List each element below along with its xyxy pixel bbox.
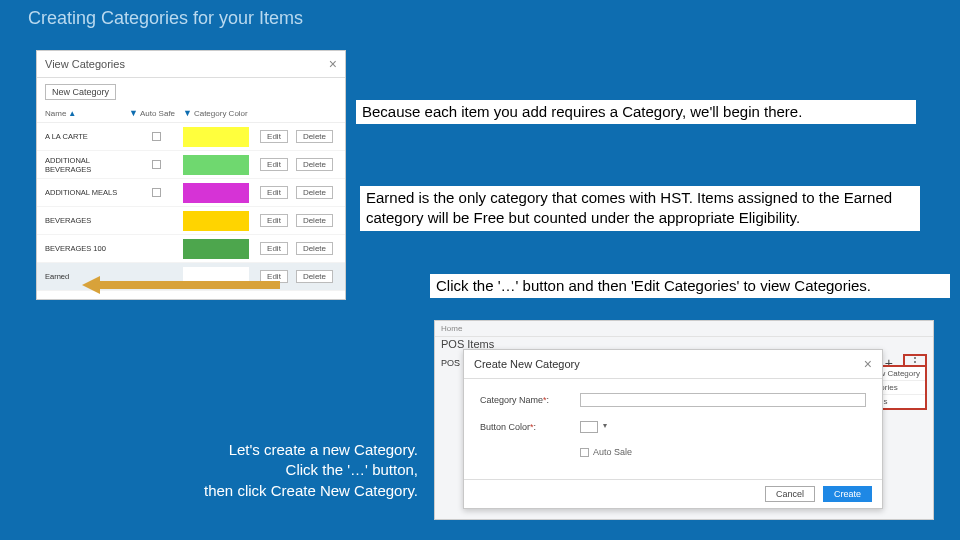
checkbox-icon[interactable] (152, 188, 161, 197)
sort-icon[interactable]: ▲ (68, 109, 76, 118)
col-color[interactable]: Category Color (194, 109, 248, 118)
category-name-label: Category Name (480, 395, 543, 405)
category-name: ADDITIONAL MEALS (45, 188, 129, 197)
annotation-2: Earned is the only category that comes w… (360, 186, 920, 231)
table-row[interactable]: ADDITIONAL MEALSEditDelete (37, 179, 345, 207)
category-name: BEVERAGES 100 (45, 244, 129, 253)
edit-button[interactable]: Edit (260, 214, 288, 227)
filter-icon[interactable]: ▼ (129, 108, 138, 118)
view-categories-panel: View Categories × New Category Name▲ ▼Au… (36, 50, 346, 300)
delete-button[interactable]: Delete (296, 214, 333, 227)
col-name[interactable]: Name (45, 109, 66, 118)
pos-items-screenshot: Home POS Items POS Items + ⋮ Create New … (434, 320, 934, 520)
table-row[interactable]: BEVERAGESEditDelete (37, 207, 345, 235)
edit-button[interactable]: Edit (260, 186, 288, 199)
create-category-title: Create New Category (474, 358, 580, 370)
delete-button[interactable]: Delete (296, 130, 333, 143)
category-color-swatch (183, 155, 249, 175)
button-color-picker[interactable] (580, 421, 598, 433)
category-color-swatch (183, 127, 249, 147)
slide-title: Creating Categories for your Items (28, 8, 303, 29)
category-name: BEVERAGES (45, 216, 129, 225)
edit-button[interactable]: Edit (260, 130, 288, 143)
create-button[interactable]: Create (823, 486, 872, 502)
edit-button[interactable]: Edit (260, 242, 288, 255)
create-category-dialog: Create New Category × Category Name*: Bu… (463, 349, 883, 509)
delete-button[interactable]: Delete (296, 270, 333, 283)
filter-icon[interactable]: ▼ (183, 108, 192, 118)
checkbox-icon[interactable] (152, 132, 161, 141)
button-color-label: Button Color (480, 422, 530, 432)
auto-sale-checkbox[interactable] (580, 448, 589, 457)
delete-button[interactable]: Delete (296, 158, 333, 171)
auto-sale-label: Auto Sale (593, 447, 632, 457)
checkbox-icon[interactable] (152, 160, 161, 169)
category-name-input[interactable] (580, 393, 866, 407)
view-categories-title: View Categories (45, 58, 125, 70)
cancel-button[interactable]: Cancel (765, 486, 815, 502)
edit-button[interactable]: Edit (260, 158, 288, 171)
annotation-3: Click the '…' button and then 'Edit Cate… (430, 274, 950, 298)
table-row[interactable]: ADDITIONAL BEVERAGESEditDelete (37, 151, 345, 179)
category-name: A LA CARTE (45, 132, 129, 141)
callout-arrow (82, 276, 280, 294)
annotation-1: Because each item you add requires a Cat… (356, 100, 916, 124)
breadcrumb: Home (435, 321, 933, 337)
new-category-button[interactable]: New Category (45, 84, 116, 100)
annotation-4: Let's create a new Category.Click the '…… (144, 438, 424, 503)
table-row[interactable]: BEVERAGES 100EditDelete (37, 235, 345, 263)
category-color-swatch (183, 211, 249, 231)
category-color-swatch (183, 239, 249, 259)
close-icon[interactable]: × (329, 57, 337, 71)
category-color-swatch (183, 183, 249, 203)
delete-button[interactable]: Delete (296, 186, 333, 199)
category-name: ADDITIONAL BEVERAGES (45, 156, 129, 174)
table-row[interactable]: A LA CARTEEditDelete (37, 123, 345, 151)
delete-button[interactable]: Delete (296, 242, 333, 255)
col-auto[interactable]: Auto Safe (140, 109, 175, 118)
close-icon[interactable]: × (864, 356, 872, 372)
